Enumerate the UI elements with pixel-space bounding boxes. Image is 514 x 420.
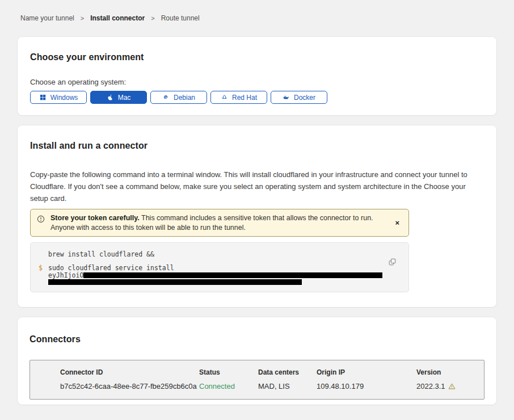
os-button-redhat[interactable]: Red Hat (210, 91, 267, 104)
copy-icon[interactable] (389, 258, 396, 266)
debian-logo-icon (162, 94, 170, 101)
warning-triangle-icon (448, 383, 456, 390)
connectors-card: Connectors Connector ID Status Data cent… (18, 317, 496, 405)
column-header-connector-id: Connector ID (60, 368, 199, 376)
warning-text: Store your token carefully. This command… (50, 213, 384, 233)
command-line-1: brew install cloudflared && (48, 250, 399, 258)
column-header-origin-ip: Origin IP (317, 368, 416, 376)
choose-environment-card: Choose your environment Choose an operat… (18, 37, 496, 115)
install-card-title: Install and run a connector (30, 141, 484, 151)
install-instructions: Copy-paste the following command into a … (30, 169, 484, 204)
breadcrumb-separator: > (81, 15, 84, 22)
origin-ip-value: 109.48.10.179 (317, 382, 416, 390)
warning-title: Store your token carefully. (50, 214, 140, 222)
os-button-label: Docker (294, 94, 315, 102)
token-warning-banner: Store your token carefully. This command… (30, 209, 409, 237)
token-line: eyJhIjoiO (48, 272, 382, 285)
environment-card-title: Choose your environment (30, 52, 484, 62)
os-button-label: Debian (174, 94, 195, 102)
install-command-block: brew install cloudflared && $ sudo cloud… (30, 242, 409, 292)
install-connector-card: Install and run a connector Copy-paste t… (18, 125, 496, 307)
os-button-mac[interactable]: Mac (90, 91, 147, 104)
column-header-status: Status (199, 368, 258, 376)
redacted-token-bar-2 (48, 279, 302, 285)
version-value: 2022.3.1 (416, 382, 484, 390)
table-row: b7c52c42-6caa-48ee-8c77-fbe259cb6c0a Con… (60, 382, 484, 390)
os-button-windows[interactable]: Windows (30, 91, 87, 104)
os-select-label: Choose an operating system: (30, 78, 484, 86)
os-button-debian[interactable]: Debian (150, 91, 207, 104)
docker-logo-icon (283, 94, 290, 101)
token-prefix: eyJhIjoiO (48, 271, 83, 279)
column-header-data-centers: Data centers (258, 368, 317, 376)
windows-logo-icon (39, 94, 47, 101)
data-centers-value: MAD, LIS (258, 382, 317, 390)
redacted-token-bar-1 (83, 272, 382, 278)
alert-circle-icon (37, 215, 45, 223)
version-number: 2022.3.1 (416, 382, 445, 390)
apple-logo-icon (107, 94, 114, 101)
breadcrumb-step-route-tunnel[interactable]: Route tunnel (161, 14, 200, 22)
os-button-label: Red Hat (232, 94, 257, 102)
redhat-logo-icon (221, 94, 228, 101)
os-button-label: Mac (118, 94, 131, 102)
command-line-2: sudo cloudflared service install (48, 264, 382, 272)
breadcrumb-step-name-your-tunnel[interactable]: Name your tunnel (20, 14, 74, 22)
connectors-table: Connector ID Status Data centers Origin … (30, 360, 484, 400)
os-button-label: Windows (50, 94, 78, 102)
connector-id-value: b7c52c42-6caa-48ee-8c77-fbe259cb6c0a (60, 382, 199, 390)
breadcrumb: Name your tunnel > Install connector > R… (0, 0, 514, 22)
os-button-group: Windows Mac Debian Red Hat Docker (30, 91, 484, 104)
breadcrumb-step-install-connector[interactable]: Install connector (90, 14, 145, 22)
shell-prompt: $ (39, 264, 44, 272)
os-button-docker[interactable]: Docker (271, 91, 327, 104)
breadcrumb-separator: > (151, 15, 154, 22)
status-badge: Connected (199, 382, 258, 390)
connectors-table-header: Connector ID Status Data centers Origin … (60, 368, 484, 376)
column-header-version: Version (416, 368, 484, 376)
connectors-card-title: Connectors (30, 334, 484, 345)
close-icon[interactable]: × (393, 217, 402, 229)
